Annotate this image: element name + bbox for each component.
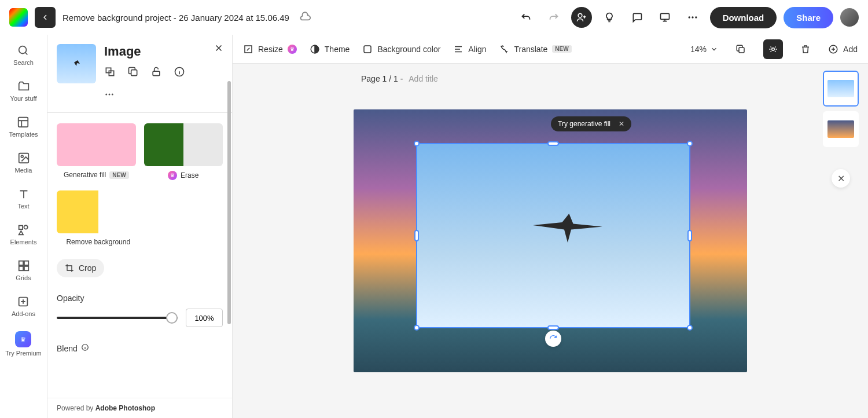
svg-rect-13 [19,266,23,270]
info-icon[interactable] [174,66,185,80]
download-button[interactable]: Download [710,7,777,28]
present-button[interactable] [654,7,675,28]
panel-scrollbar[interactable] [227,81,231,324]
crown-icon: ♛ [15,331,31,347]
svg-rect-6 [19,118,28,127]
svg-point-5 [19,46,27,54]
page-title-input[interactable]: Add title [409,74,438,83]
remove-bg-preview [57,190,140,233]
svg-point-21 [105,94,107,96]
blend-label: Blend [57,344,78,353]
svg-point-8 [21,155,23,157]
more-button[interactable] [682,7,703,28]
opacity-slider[interactable] [57,317,178,319]
image-thumbnail [57,44,96,83]
rail-templates[interactable]: Templates [9,116,38,138]
background-color-button[interactable]: Background color [362,44,440,54]
duplicate-icon[interactable] [127,66,139,80]
rail-search[interactable]: Search [13,44,34,66]
theme-button[interactable]: Theme [310,44,350,54]
resize-handle-tm[interactable] [547,141,559,146]
selected-image[interactable] [416,143,690,328]
svg-rect-11 [19,261,23,265]
premium-crown-icon: ♛ [288,45,297,54]
blend-info-icon[interactable] [81,343,89,353]
premium-crown-icon: ♛ [168,171,177,180]
page-thumbnail-1[interactable] [823,71,859,107]
resize-handle-tl[interactable] [414,141,420,146]
rail-try-premium[interactable]: ♛Try Premium [5,331,42,357]
undo-button[interactable] [516,7,536,28]
svg-point-4 [695,16,697,18]
left-rail: Search Your stuff Templates Media Text E… [0,35,47,418]
svg-point-23 [112,94,113,96]
rail-addons[interactable]: Add-ons [12,295,35,317]
svg-rect-18 [131,70,137,76]
more-options-button[interactable] [104,89,223,102]
rail-elements[interactable]: Elements [10,223,37,245]
close-thumbnails-button[interactable]: ✕ [832,169,850,188]
new-badge: NEW [552,45,571,53]
opacity-input[interactable] [186,309,223,327]
svg-point-22 [109,94,111,96]
resize-handle-bl[interactable] [414,325,420,331]
bird-graphic [533,214,602,243]
canvas[interactable]: Try generative fill ✕ [354,109,747,372]
erase-preview [144,123,223,166]
cloud-sync-icon [299,10,311,25]
align-button[interactable]: Align [453,44,486,54]
remove-background-tool[interactable]: Remove background [57,190,140,246]
generative-fill-tool[interactable]: Generative fillNEW [57,123,136,180]
resize-handle-ml[interactable] [414,230,419,241]
document-title[interactable]: Remove background project - 26 January 2… [62,13,289,23]
ideas-button[interactable] [599,7,620,28]
delete-button[interactable] [796,39,815,59]
translate-button[interactable]: TranslateNEW [499,44,571,54]
svg-rect-1 [660,13,669,19]
close-chip-icon[interactable]: ✕ [619,120,624,128]
resize-button[interactable]: Resize♛ [243,44,297,54]
resize-handle-br[interactable] [687,325,693,331]
comments-button[interactable] [627,7,648,28]
resize-handle-bm[interactable] [547,325,559,330]
redo-button[interactable] [543,7,564,28]
svg-point-3 [692,16,693,18]
rail-your-stuff[interactable]: Your stuff [10,80,37,102]
svg-rect-28 [739,47,744,53]
resize-handle-mr[interactable] [687,230,692,241]
back-button[interactable] [35,7,56,28]
rail-media[interactable]: Media [15,152,32,174]
slider-thumb[interactable] [166,312,178,324]
page-thumbnails: ✕ [823,71,859,188]
share-button[interactable]: Share [784,7,833,28]
crop-button[interactable]: Crop [57,259,104,277]
zoom-select[interactable]: 14% [690,45,718,54]
page-thumbnail-2[interactable] [823,111,859,147]
opacity-label: Opacity [57,294,223,303]
generative-fill-preview [57,123,136,166]
lock-icon[interactable] [150,66,162,80]
context-toolbar: Resize♛ Theme Background color Align Tra… [233,35,868,64]
user-avatar[interactable] [840,8,859,27]
svg-point-2 [688,16,690,18]
close-panel-button[interactable] [214,43,224,56]
animate-button[interactable] [763,39,783,59]
page-indicator: Page 1 / 1 - Add title [361,74,438,83]
duplicate-page-button[interactable] [731,39,751,59]
svg-rect-27 [364,46,371,53]
rail-grids[interactable]: Grids [16,259,31,281]
top-bar: Remove background project - 26 January 2… [0,0,868,35]
svg-point-10 [24,225,28,229]
selection-refresh-button[interactable] [545,331,561,347]
generative-fill-chip[interactable]: Try generative fill ✕ [551,116,631,131]
resize-handle-tr[interactable] [687,141,693,146]
ungroup-icon[interactable] [104,66,116,80]
svg-point-29 [772,47,775,50]
svg-rect-19 [153,71,160,76]
add-collaborator-button[interactable] [571,7,592,28]
panel-footer: Powered by Adobe Photoshop [47,398,232,418]
svg-point-0 [578,13,582,17]
rail-text[interactable]: Text [17,188,30,210]
add-page-button[interactable]: Add [828,44,858,54]
erase-tool[interactable]: ♛Erase [144,123,223,180]
